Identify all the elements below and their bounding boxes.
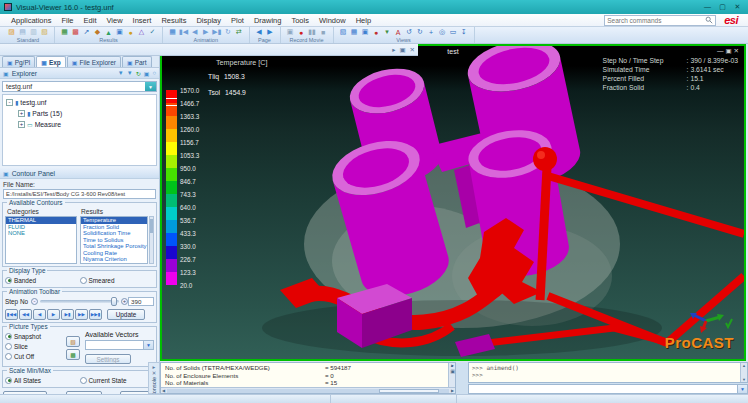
play-button[interactable]: ▶ <box>47 309 60 320</box>
radio-option[interactable]: Slice <box>5 341 59 351</box>
zoom-window-icon[interactable]: ▭ <box>449 28 458 36</box>
expand-icon[interactable]: + <box>18 121 25 128</box>
step-back-button[interactable]: ◀ <box>33 309 46 320</box>
history-icon[interactable]: ▣ <box>450 368 455 374</box>
xy-plot-icon[interactable]: △ <box>137 28 146 36</box>
fast-back-button[interactable]: ◀◀ <box>19 309 32 320</box>
dock-close-icon[interactable]: ✕ <box>410 46 415 54</box>
pause-icon[interactable]: ▮▮ <box>308 28 317 36</box>
prev-frame-icon[interactable]: ◀ <box>190 28 199 36</box>
menu-item[interactable]: Help <box>351 16 376 25</box>
chart-icon[interactable]: ▲ <box>104 29 113 36</box>
results-folder-icon[interactable]: ▣ <box>115 28 124 36</box>
chevron-down-icon[interactable]: ▼ <box>737 385 747 393</box>
panel-tab[interactable]: ▣Pg/Pl <box>2 56 35 67</box>
rotate-right-icon[interactable]: ↻ <box>416 28 425 36</box>
menu-item[interactable]: Drawing <box>249 16 287 25</box>
animate-icon[interactable]: ▦ <box>168 28 177 36</box>
close-icon[interactable]: ✕ <box>152 370 157 376</box>
search-box[interactable] <box>604 15 716 26</box>
command-output[interactable]: >>> animend()>>> ▲▼ <box>468 362 748 383</box>
menu-item[interactable]: Results <box>156 16 191 25</box>
chevron-down-icon[interactable]: ▼ <box>145 82 156 91</box>
step-decrement-button[interactable]: - <box>31 298 38 305</box>
menu-item[interactable]: View <box>101 16 127 25</box>
tree-item-measure[interactable]: + ▭ Measure <box>18 119 156 130</box>
export-icon[interactable]: ▧ <box>40 28 49 36</box>
anchor-icon[interactable]: ↧ <box>460 28 469 36</box>
paste-icon[interactable]: ▤ <box>18 28 27 36</box>
menu-item[interactable]: Display <box>191 16 226 25</box>
stop-icon[interactable]: ■ <box>319 29 328 36</box>
pan-icon[interactable]: + <box>427 29 436 36</box>
probe-icon[interactable]: ● <box>126 29 135 36</box>
menu-item[interactable]: Window <box>314 16 351 25</box>
cut-plane-icon[interactable]: ◆ <box>93 28 102 36</box>
layers-icon[interactable]: ▣ <box>144 70 150 77</box>
options-icon[interactable]: ○ <box>152 70 156 76</box>
settings-button[interactable]: Settings <box>85 354 131 364</box>
panel-tab[interactable]: ▣File Explorer <box>67 56 121 67</box>
radio-option[interactable]: All States <box>5 377 76 384</box>
fast-forward-button[interactable]: ▶▶ <box>75 309 88 320</box>
iso-view-icon[interactable]: ▧ <box>339 28 348 36</box>
file-name-field[interactable]: E:/Installs/ESI/Test/Body CG 3-600 Rev08… <box>3 189 156 199</box>
first-frame-icon[interactable]: ▮◀ <box>179 28 188 36</box>
step-forward-button[interactable]: ▶▮ <box>61 309 74 320</box>
cutoff-tool-icon[interactable]: ▩ <box>66 349 80 360</box>
console-hscrollbar[interactable]: ◀▶ <box>161 387 455 393</box>
viewport-window-buttons[interactable]: —▣✕ <box>717 47 741 55</box>
result-item[interactable]: Total Shrinkage Porosity <box>81 243 147 250</box>
last-step-button[interactable]: ▶▶▮ <box>89 309 102 320</box>
message-console[interactable]: No. of Solids (TETRA/HEXA/WEDGE)594187No… <box>160 362 456 394</box>
slider-thumb[interactable] <box>111 297 117 306</box>
search-input[interactable] <box>607 17 705 24</box>
filter-icon[interactable]: ✓ <box>148 28 157 36</box>
filter-dropdown-icon[interactable]: ▼ <box>118 70 124 76</box>
step-value-input[interactable] <box>128 297 154 306</box>
radio-option[interactable]: Current State <box>80 377 151 384</box>
load-results-icon[interactable]: ▦ <box>60 28 69 36</box>
dock-float-icon[interactable]: ▣ <box>399 46 405 54</box>
close-button[interactable]: ✕ <box>731 2 744 12</box>
step-slider[interactable] <box>40 300 119 303</box>
minimize-button[interactable]: — <box>701 2 714 12</box>
zoom-icon[interactable]: ◎ <box>438 28 447 36</box>
radio-option[interactable]: Smeared <box>80 277 151 284</box>
menu-item[interactable]: Applications <box>6 16 56 25</box>
radio-option[interactable]: Cut Off <box>5 351 59 361</box>
menu-item[interactable]: Tools <box>286 16 314 25</box>
radio-option[interactable]: Snapshot <box>5 331 59 341</box>
casting-3d-scene[interactable] <box>162 46 744 359</box>
prev-page-icon[interactable]: ◀ <box>255 28 264 36</box>
category-item[interactable]: NONE <box>6 230 76 237</box>
menu-item[interactable]: Plot <box>226 16 249 25</box>
collapse-icon[interactable]: - <box>6 99 13 106</box>
slice-tool-icon[interactable]: ▧ <box>66 336 80 347</box>
export-animation-icon[interactable]: ⇄ <box>235 28 244 36</box>
refresh-icon[interactable]: ↻ <box>136 70 141 77</box>
radio-option[interactable]: Banded <box>5 277 76 284</box>
tree-item-parts[interactable]: + ▮ Parts (15) <box>18 108 156 119</box>
measure-icon[interactable]: A <box>394 29 403 36</box>
sort-dropdown-icon[interactable]: ▼ <box>127 70 133 76</box>
results-scrollbar[interactable] <box>149 216 154 264</box>
first-step-button[interactable]: ▮◀◀ <box>5 309 18 320</box>
maximize-button[interactable]: ▢ <box>716 2 729 12</box>
panel-tab[interactable]: ▣Part <box>122 56 152 67</box>
tree-item-root[interactable]: - ▮ testg.unf <box>6 97 156 108</box>
last-frame-icon[interactable]: ↻ <box>224 28 233 36</box>
command-input[interactable]: ▼ <box>468 384 748 394</box>
vector-plot-icon[interactable]: ↗ <box>82 28 91 36</box>
front-view-icon[interactable]: ▣ <box>361 28 370 36</box>
model-combo[interactable]: testg.unf ▼ <box>2 81 157 92</box>
rotate-left-icon[interactable]: ↺ <box>405 28 414 36</box>
copy-icon[interactable]: ▥ <box>29 28 38 36</box>
result-item[interactable]: Temperature at Fill Time <box>81 263 147 265</box>
viewport[interactable]: test Temperature [C] —▣✕ 1570.01466.7136… <box>160 44 746 361</box>
menu-item[interactable]: Edit <box>79 16 102 25</box>
menu-item[interactable]: File <box>56 16 78 25</box>
camera-icon[interactable]: ▣ <box>286 28 295 36</box>
axis-triad-icon[interactable]: ▾ <box>383 28 392 36</box>
command-vscrollbar[interactable]: ▲▼ <box>740 363 747 382</box>
